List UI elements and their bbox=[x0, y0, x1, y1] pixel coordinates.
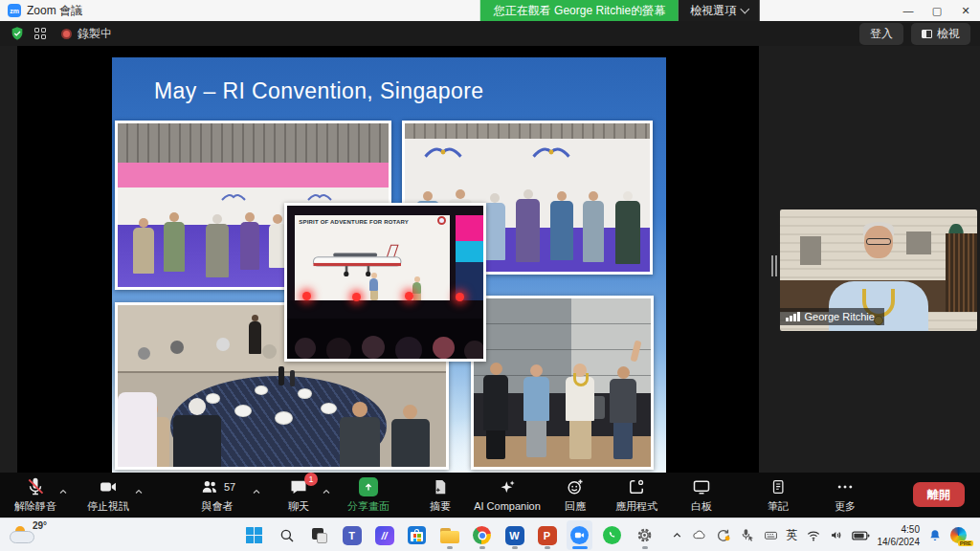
view-options-button[interactable]: 檢視選項 bbox=[679, 0, 760, 21]
microsoft-store-button[interactable] bbox=[404, 520, 430, 550]
ai-companion-button[interactable]: AI Companion bbox=[474, 473, 541, 518]
volume-icon[interactable] bbox=[829, 528, 844, 542]
diner-head bbox=[170, 341, 184, 354]
file-explorer-button[interactable] bbox=[436, 520, 462, 550]
participants-button[interactable]: 57 與會者 bbox=[199, 473, 235, 518]
person-silhouette bbox=[240, 212, 259, 270]
powerpoint-button[interactable]: P bbox=[534, 520, 560, 550]
plate bbox=[256, 386, 267, 394]
word-button[interactable]: W bbox=[501, 520, 527, 550]
task-view-button[interactable] bbox=[306, 520, 332, 550]
chrome-button[interactable] bbox=[469, 520, 495, 550]
booth-ceiling bbox=[118, 123, 389, 165]
search-button[interactable] bbox=[274, 520, 300, 550]
notification-bell-icon[interactable] bbox=[927, 528, 943, 543]
leave-label: 離開 bbox=[927, 487, 950, 503]
apps-icon bbox=[627, 477, 646, 496]
audience-head bbox=[433, 337, 455, 359]
zoom-app-icon bbox=[570, 526, 589, 544]
chat-options-caret[interactable] bbox=[321, 486, 332, 497]
word-icon: W bbox=[505, 526, 524, 545]
stage-screen-pink-panel bbox=[456, 215, 483, 301]
language-indicator[interactable]: 英 bbox=[787, 527, 798, 543]
notes-label: 筆記 bbox=[768, 499, 789, 514]
person-vest-peace-sign bbox=[610, 366, 636, 459]
view-button[interactable]: 檢視 bbox=[911, 23, 970, 45]
share-screen-button[interactable]: 分享畫面 bbox=[347, 473, 390, 518]
recording-label: 錄製中 bbox=[78, 26, 112, 42]
diner-foreground bbox=[340, 402, 380, 467]
settings-button[interactable] bbox=[632, 520, 657, 550]
person-silhouette bbox=[483, 193, 505, 260]
tray-expand-chevron[interactable] bbox=[671, 529, 683, 541]
cloud-icon bbox=[10, 531, 34, 543]
layout-view-icon bbox=[922, 30, 932, 38]
whiteboard-button[interactable]: 白板 bbox=[691, 473, 712, 518]
bookshelf bbox=[946, 233, 977, 311]
start-button[interactable] bbox=[241, 520, 267, 550]
participant-video-tile[interactable]: George Ritchie bbox=[780, 209, 977, 331]
teams-icon: T bbox=[343, 526, 362, 545]
participants-icon bbox=[199, 477, 220, 496]
slashes-app-icon: // bbox=[375, 526, 394, 545]
person-silhouette bbox=[164, 212, 185, 272]
close-button[interactable]: ✕ bbox=[951, 0, 980, 21]
summary-button[interactable]: 摘要 bbox=[430, 473, 451, 518]
chrome-icon bbox=[473, 526, 491, 544]
leave-meeting-button[interactable]: 離開 bbox=[913, 482, 965, 507]
audience-head bbox=[464, 341, 484, 359]
search-icon bbox=[278, 527, 296, 544]
apps-button[interactable]: 應用程式 bbox=[615, 473, 657, 518]
video-panel-grip[interactable] bbox=[771, 255, 777, 276]
taskbar-clock[interactable]: 4:50 14/6/2024 bbox=[878, 523, 921, 548]
reactions-button[interactable]: 回應 bbox=[565, 473, 586, 518]
unmute-button[interactable]: 解除靜音 bbox=[14, 473, 56, 518]
presentation-slide: May – RI Convention, Singapore bbox=[112, 57, 666, 473]
stop-video-label: 停止視訊 bbox=[87, 499, 129, 514]
more-button[interactable]: 更多 bbox=[835, 473, 856, 518]
wifi-icon[interactable] bbox=[806, 529, 821, 542]
audience-head bbox=[362, 336, 385, 359]
window-titlebar: zm Zoom 會議 您正在觀看 George Ritchie的螢幕 檢視選項 … bbox=[0, 0, 980, 21]
gear-icon bbox=[635, 526, 654, 544]
whatsapp-button[interactable] bbox=[599, 520, 625, 550]
touch-keyboard-icon[interactable] bbox=[763, 528, 779, 542]
maximize-button[interactable]: ▢ bbox=[923, 0, 951, 21]
chat-button[interactable]: 1 聊天 bbox=[288, 473, 309, 518]
powerpoint-icon: P bbox=[538, 526, 557, 545]
person-silhouette bbox=[583, 191, 604, 262]
purple-app-button[interactable]: // bbox=[371, 520, 397, 550]
sign-in-label: 登入 bbox=[870, 26, 893, 42]
booth-pink-banner bbox=[118, 163, 389, 187]
slide-title: May – RI Convention, Singapore bbox=[154, 78, 483, 104]
mute-options-caret[interactable] bbox=[57, 486, 69, 497]
stop-video-button[interactable]: 停止視訊 bbox=[87, 473, 129, 518]
summary-doc-icon bbox=[432, 477, 449, 496]
sync-status-icon[interactable] bbox=[715, 527, 731, 543]
picture-frame bbox=[906, 231, 931, 254]
copilot-pre-badge: PRE bbox=[958, 540, 973, 546]
connection-signal-icon bbox=[786, 312, 800, 321]
video-options-caret[interactable] bbox=[133, 486, 145, 497]
stage-light bbox=[352, 293, 361, 301]
notes-button[interactable]: 筆記 bbox=[768, 473, 789, 518]
chat-label: 聊天 bbox=[288, 499, 309, 514]
participants-options-caret[interactable] bbox=[251, 486, 262, 497]
gallery-grid-icon[interactable] bbox=[34, 28, 46, 39]
taskbar-weather-widget[interactable]: 29° bbox=[8, 520, 52, 550]
audience-head bbox=[395, 337, 422, 359]
summary-label: 摘要 bbox=[430, 499, 451, 514]
security-shield-icon[interactable] bbox=[10, 26, 25, 41]
copilot-button[interactable]: PRE bbox=[950, 527, 967, 543]
diner-head bbox=[138, 347, 150, 360]
sign-in-button[interactable]: 登入 bbox=[859, 23, 903, 45]
chevron-down-icon bbox=[741, 5, 750, 14]
teams-app-button[interactable]: T bbox=[339, 520, 365, 550]
zoom-logo-icon: zm bbox=[8, 4, 21, 17]
battery-icon[interactable] bbox=[852, 530, 870, 541]
minimize-button[interactable]: — bbox=[894, 0, 923, 21]
zoom-app-button[interactable] bbox=[567, 520, 592, 550]
meeting-header-bar: 錄製中 登入 檢視 bbox=[0, 21, 980, 46]
voice-access-mic-icon[interactable] bbox=[739, 527, 755, 543]
onedrive-cloud-icon[interactable] bbox=[691, 528, 707, 542]
